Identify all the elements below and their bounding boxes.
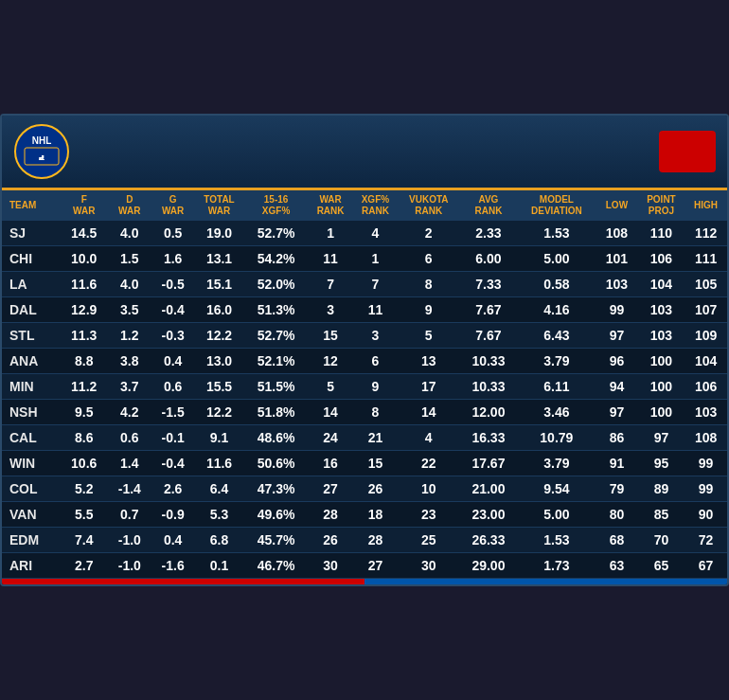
cell-g_war: 0.5 <box>151 221 195 246</box>
cell-war_rank: 7 <box>309 272 353 297</box>
cell-avg_rank: 23.00 <box>459 502 517 528</box>
cell-model_deviation: 1.53 <box>518 528 596 553</box>
col-d-war: DWAR <box>108 190 151 221</box>
cell-xgf_pct: 45.7% <box>244 528 309 553</box>
col-avg-rank: AVGRANK <box>459 190 517 221</box>
cell-war_rank: 14 <box>309 400 353 425</box>
column-header-row: TEAM FWAR DWAR GWAR TOTALWAR 15-16XGF% W… <box>2 190 727 221</box>
cell-point_proj: 103 <box>638 297 685 323</box>
cell-war_rank: 15 <box>309 323 353 349</box>
cell-xgf_rank: 18 <box>353 502 399 528</box>
table-row: LA11.64.0-0.515.152.0%7787.330.581031041… <box>2 272 727 297</box>
cell-total_war: 12.2 <box>195 400 244 425</box>
cell-high: 99 <box>685 451 727 476</box>
cell-total_war: 6.8 <box>195 528 244 553</box>
cell-xgf_pct: 51.3% <box>244 297 309 323</box>
cell-low: 97 <box>596 323 638 349</box>
cell-f_war: 10.6 <box>61 451 108 476</box>
cell-f_war: 12.9 <box>61 297 108 323</box>
cell-xgf_pct: 46.7% <box>244 553 309 579</box>
cell-total_war: 13.0 <box>195 349 244 374</box>
cell-total_war: 15.1 <box>195 272 244 297</box>
cell-d_war: 3.8 <box>108 349 151 374</box>
cell-xgf_pct: 52.0% <box>244 272 309 297</box>
cell-point_proj: 104 <box>638 272 685 297</box>
table-body: SJ14.54.00.519.052.7%1422.331.5310811011… <box>2 221 727 579</box>
cell-f_war: 11.2 <box>61 374 108 400</box>
svg-text:⛸: ⛸ <box>38 153 45 162</box>
cell-g_war: 0.4 <box>151 528 195 553</box>
sn-logo <box>659 131 716 172</box>
cell-point_proj: 100 <box>638 400 685 425</box>
cell-total_war: 0.1 <box>195 553 244 579</box>
col-team: TEAM <box>2 190 61 221</box>
cell-avg_rank: 2.33 <box>459 221 517 246</box>
cell-avg_rank: 7.67 <box>459 297 517 323</box>
cell-model_deviation: 4.16 <box>518 297 596 323</box>
cell-g_war: 2.6 <box>151 476 195 502</box>
cell-vukota_rank: 10 <box>398 476 459 502</box>
cell-model_deviation: 3.79 <box>518 349 596 374</box>
cell-avg_rank: 10.33 <box>459 374 517 400</box>
cell-xgf_rank: 15 <box>353 451 399 476</box>
cell-low: 99 <box>596 297 638 323</box>
cell-high: 107 <box>685 297 727 323</box>
cell-point_proj: 89 <box>638 476 685 502</box>
cell-f_war: 11.6 <box>61 272 108 297</box>
cell-vukota_rank: 23 <box>398 502 459 528</box>
cell-model_deviation: 6.11 <box>518 374 596 400</box>
cell-war_rank: 5 <box>309 374 353 400</box>
cell-avg_rank: 17.67 <box>459 451 517 476</box>
cell-war_rank: 3 <box>309 297 353 323</box>
cell-avg_rank: 21.00 <box>459 476 517 502</box>
main-container: NHL ⛸ TEAM FWAR DWAR GWAR TOTALWAR 15-16… <box>0 114 729 586</box>
col-point-proj: POINTPROJ <box>638 190 685 221</box>
cell-vukota_rank: 8 <box>398 272 459 297</box>
cell-vukota_rank: 2 <box>398 221 459 246</box>
cell-total_war: 15.5 <box>195 374 244 400</box>
cell-total_war: 12.2 <box>195 323 244 349</box>
cell-vukota_rank: 5 <box>398 323 459 349</box>
cell-vukota_rank: 17 <box>398 374 459 400</box>
cell-vukota_rank: 6 <box>398 246 459 272</box>
table-row: WIN10.61.4-0.411.650.6%16152217.673.7991… <box>2 451 727 476</box>
cell-point_proj: 103 <box>638 323 685 349</box>
cell-xgf_rank: 28 <box>353 528 399 553</box>
cell-g_war: -0.4 <box>151 297 195 323</box>
table-row: EDM7.4-1.00.46.845.7%26282526.331.536870… <box>2 528 727 553</box>
cell-low: 79 <box>596 476 638 502</box>
cell-war_rank: 26 <box>309 528 353 553</box>
cell-high: 90 <box>685 502 727 528</box>
cell-point_proj: 65 <box>638 553 685 579</box>
cell-d_war: 4.0 <box>108 272 151 297</box>
cell-vukota_rank: 14 <box>398 400 459 425</box>
cell-f_war: 11.3 <box>61 323 108 349</box>
cell-d_war: 1.2 <box>108 323 151 349</box>
cell-model_deviation: 3.79 <box>518 451 596 476</box>
cell-d_war: 3.5 <box>108 297 151 323</box>
cell-low: 86 <box>596 425 638 451</box>
cell-xgf_rank: 4 <box>353 221 399 246</box>
cell-point_proj: 106 <box>638 246 685 272</box>
cell-total_war: 16.0 <box>195 297 244 323</box>
cell-g_war: 1.6 <box>151 246 195 272</box>
cell-team: LA <box>2 272 61 297</box>
cell-xgf_pct: 50.6% <box>244 451 309 476</box>
cell-xgf_pct: 54.2% <box>244 246 309 272</box>
cell-low: 63 <box>596 553 638 579</box>
table-row: CAL8.60.6-0.19.148.6%2421416.3310.798697… <box>2 425 727 451</box>
cell-vukota_rank: 30 <box>398 553 459 579</box>
cell-d_war: -1.4 <box>108 476 151 502</box>
cell-high: 103 <box>685 400 727 425</box>
table-row: DAL12.93.5-0.416.051.3%31197.674.1699103… <box>2 297 727 323</box>
col-xgf: 15-16XGF% <box>244 190 309 221</box>
table-row: STL11.31.2-0.312.252.7%15357.676.4397103… <box>2 323 727 349</box>
cell-xgf_rank: 6 <box>353 349 399 374</box>
cell-high: 112 <box>685 221 727 246</box>
footer-bar <box>2 579 727 584</box>
cell-team: COL <box>2 476 61 502</box>
cell-f_war: 5.5 <box>61 502 108 528</box>
cell-high: 111 <box>685 246 727 272</box>
cell-f_war: 14.5 <box>61 221 108 246</box>
col-model-dev: MODELDEVIATION <box>518 190 596 221</box>
